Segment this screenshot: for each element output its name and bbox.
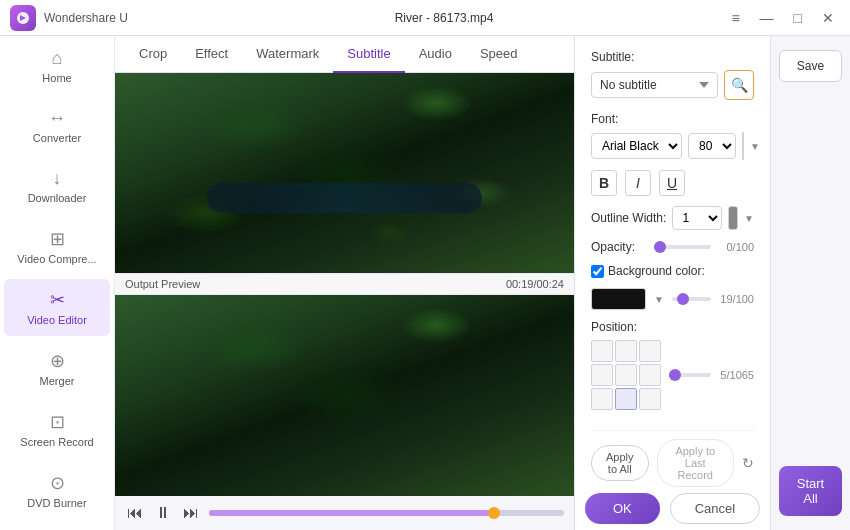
position-row: 5/1065: [591, 340, 754, 410]
start-all-btn[interactable]: Start All: [779, 466, 842, 516]
bg-color-row: Background color:: [591, 264, 754, 278]
bg-color-checkbox-label[interactable]: Background color:: [591, 264, 705, 278]
tab-speed[interactable]: Speed: [466, 36, 532, 73]
dvd-icon: ⊙: [50, 472, 65, 494]
save-btn[interactable]: Save: [779, 50, 842, 82]
underline-btn[interactable]: U: [659, 170, 685, 196]
subtitle-section-label: Subtitle:: [591, 50, 754, 64]
bold-btn[interactable]: B: [591, 170, 617, 196]
progress-bar[interactable]: [209, 510, 564, 516]
tab-subtitle[interactable]: Subtitle: [333, 36, 404, 73]
playback-controls: ⏮ ⏸ ⏭: [115, 496, 574, 530]
sidebar-item-home[interactable]: ⌂ Home: [4, 38, 110, 94]
progress-fill: [209, 510, 493, 516]
menu-icon[interactable]: ≡: [725, 8, 745, 28]
sidebar-label-home: Home: [42, 72, 71, 84]
pos-cell-br[interactable]: [639, 388, 661, 410]
position-label: Position:: [591, 320, 754, 334]
pos-cell-tr[interactable]: [639, 340, 661, 362]
timecode: 00:19/00:24: [506, 278, 564, 290]
converter-icon: ↔: [48, 108, 66, 129]
outline-select[interactable]: 1: [672, 206, 722, 230]
outline-color-arrow[interactable]: ▼: [744, 213, 754, 224]
downloader-icon: ↓: [53, 168, 62, 189]
tab-audio[interactable]: Audio: [405, 36, 466, 73]
tab-bar: Crop Effect Watermark Subtitle Audio Spe…: [115, 36, 574, 73]
font-size-select[interactable]: 80: [688, 133, 736, 159]
minimize-btn[interactable]: —: [754, 8, 780, 28]
opacity-row: Opacity: 0/100: [591, 240, 754, 254]
bottom-video-frame: [115, 295, 574, 496]
color-dropdown-arrow[interactable]: ▼: [750, 141, 760, 152]
subtitle-search-btn[interactable]: 🔍: [724, 70, 754, 100]
forest-texture: [115, 73, 574, 273]
home-icon: ⌂: [52, 48, 63, 69]
sidebar-label-downloader: Downloader: [28, 192, 87, 204]
outline-row: Outline Width: 1 ▼: [591, 206, 754, 230]
sidebar-item-dvd-burner[interactable]: ⊙ DVD Burner: [4, 462, 110, 519]
bg-color-arrow[interactable]: ▼: [654, 294, 664, 305]
screen-record-icon: ⊡: [50, 411, 65, 433]
outline-color-picker[interactable]: [728, 206, 738, 230]
bg-opacity-value: 19/100: [719, 293, 754, 305]
pos-cell-bc[interactable]: [615, 388, 637, 410]
opacity-slider[interactable]: [654, 245, 711, 249]
pos-cell-mr[interactable]: [639, 364, 661, 386]
position-value: 5/1065: [719, 369, 754, 381]
refresh-btn[interactable]: ↻: [742, 455, 754, 471]
apply-to-last-btn[interactable]: Apply to Last Record: [657, 439, 734, 487]
font-section-label: Font:: [591, 112, 754, 126]
output-preview-label: Output Preview: [125, 278, 200, 290]
bg-color-checkbox[interactable]: [591, 265, 604, 278]
video-panel: Crop Effect Watermark Subtitle Audio Spe…: [115, 36, 575, 530]
tab-effect[interactable]: Effect: [181, 36, 242, 73]
rewind-btn[interactable]: ⏮: [125, 502, 145, 524]
opacity-label: Opacity:: [591, 240, 646, 254]
tab-watermark[interactable]: Watermark: [242, 36, 333, 73]
main-window: ⌂ Home ↔ Converter ↓ Downloader ⊞ Video …: [0, 36, 850, 530]
sidebar-item-video-editor[interactable]: ✂ Video Editor: [4, 279, 110, 336]
sidebar-label-merger: Merger: [40, 375, 75, 387]
ok-btn[interactable]: OK: [585, 493, 660, 524]
subtitle-row: No subtitle 🔍: [591, 70, 754, 100]
river-texture: [207, 183, 482, 213]
apply-to-all-btn[interactable]: Apply to All: [591, 445, 649, 481]
sidebar-item-converter[interactable]: ↔ Converter: [4, 98, 110, 154]
forward-btn[interactable]: ⏭: [181, 502, 201, 524]
search-icon: 🔍: [731, 77, 748, 93]
tab-crop[interactable]: Crop: [125, 36, 181, 73]
pos-cell-ml[interactable]: [591, 364, 613, 386]
italic-btn[interactable]: I: [625, 170, 651, 196]
top-video-frame: [115, 73, 574, 273]
editor-content: Crop Effect Watermark Subtitle Audio Spe…: [115, 36, 850, 530]
position-section: Position:: [591, 320, 754, 410]
bottom-forest-overlay: [115, 295, 574, 496]
merger-icon: ⊕: [50, 350, 65, 372]
cancel-btn[interactable]: Cancel: [670, 493, 760, 524]
outline-label: Outline Width:: [591, 211, 666, 225]
sidebar: ⌂ Home ↔ Converter ↓ Downloader ⊞ Video …: [0, 36, 115, 530]
bg-opacity-slider[interactable]: [672, 297, 711, 301]
pos-cell-mc[interactable]: [615, 364, 637, 386]
pos-cell-bl[interactable]: [591, 388, 613, 410]
sidebar-item-screen-record[interactable]: ⊡ Screen Record: [4, 401, 110, 458]
font-color-picker[interactable]: [742, 132, 744, 160]
pos-cell-tc[interactable]: [615, 340, 637, 362]
position-slider[interactable]: [669, 373, 711, 377]
progress-thumb[interactable]: [488, 507, 500, 519]
font-family-select[interactable]: Arial Black: [591, 133, 682, 159]
sidebar-item-video-compress[interactable]: ⊞ Video Compre...: [4, 218, 110, 275]
sidebar-item-player[interactable]: ▶ Player: [4, 523, 110, 530]
close-btn[interactable]: ✕: [816, 8, 840, 28]
subtitle-select[interactable]: No subtitle: [591, 72, 718, 98]
window-controls[interactable]: ≡ — □ ✕: [725, 8, 840, 28]
pause-btn[interactable]: ⏸: [153, 502, 173, 524]
bg-color-picker[interactable]: [591, 288, 646, 310]
sidebar-item-merger[interactable]: ⊕ Merger: [4, 340, 110, 397]
titlebar: Wondershare U River - 86173.mp4 ≡ — □ ✕: [0, 0, 850, 36]
maximize-btn[interactable]: □: [788, 8, 808, 28]
sidebar-label-screen-record: Screen Record: [20, 436, 93, 448]
sidebar-item-downloader[interactable]: ↓ Downloader: [4, 158, 110, 214]
pos-cell-tl[interactable]: [591, 340, 613, 362]
style-row: B I U: [591, 170, 754, 196]
